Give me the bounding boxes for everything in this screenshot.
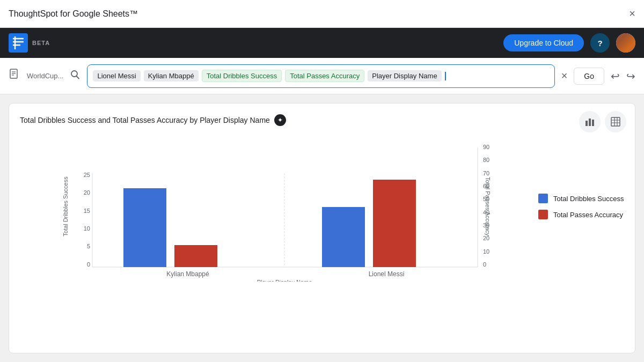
token-total-passes[interactable]: Total Passes Accuracy [285, 70, 364, 82]
svg-rect-12 [589, 119, 591, 126]
svg-rect-14 [611, 117, 620, 126]
chart-area: Total Dribbles Success and Total Passes … [9, 103, 635, 353]
token-kylian-mbappe[interactable]: Kylian Mbappé [144, 70, 199, 82]
svg-text:70: 70 [483, 170, 489, 176]
svg-rect-13 [592, 120, 594, 126]
search-bar: WorldCup... Lionel Messi Kylian Mbappé T… [0, 58, 644, 94]
chart-title-text: Total Dribbles Success and Total Passes … [20, 116, 270, 124]
nav-bar: BETA Upgrade to Cloud ? [0, 28, 644, 58]
chart-actions [579, 111, 626, 132]
chart-title-icon: ✦ [274, 114, 286, 126]
nav-actions: Upgrade to Cloud ? [503, 33, 635, 53]
document-icon[interactable] [9, 69, 20, 83]
app-title: ThoughtSpot for Google Sheets™ [9, 9, 138, 19]
chart-content: Total Dribbles Success 0 5 10 15 20 25 0… [20, 131, 624, 282]
messi-passes-bar [373, 180, 416, 267]
svg-text:0: 0 [483, 261, 486, 268]
svg-rect-11 [586, 121, 588, 126]
go-button[interactable]: Go [574, 68, 604, 85]
svg-text:Kylian Mbappé: Kylian Mbappé [166, 270, 209, 278]
doc-label[interactable]: WorldCup... [27, 72, 63, 80]
cursor [445, 72, 446, 80]
svg-text:20: 20 [84, 189, 90, 196]
search-icon [70, 69, 80, 83]
svg-text:10: 10 [84, 225, 90, 232]
avatar-image [616, 33, 635, 53]
search-input-area[interactable]: Lionel Messi Kylian Mbappé Total Dribble… [87, 64, 554, 88]
legend-item-passes: Total Passes Accuracy [538, 210, 624, 219]
redo-button[interactable]: ↪ [626, 70, 635, 83]
chart-title: Total Dribbles Success and Total Passes … [20, 114, 624, 126]
svg-line-10 [77, 76, 79, 79]
svg-text:15: 15 [84, 208, 90, 214]
legend-label-passes: Total Passes Accuracy [553, 211, 623, 219]
svg-text:90: 90 [483, 144, 489, 150]
chart-svg: Total Dribbles Success 0 5 10 15 20 25 0… [20, 131, 528, 282]
svg-text:Player Display Name: Player Display Name [257, 279, 312, 282]
undo-button[interactable]: ↩ [611, 70, 620, 83]
svg-text:5: 5 [87, 243, 90, 249]
avatar[interactable] [616, 33, 635, 53]
chart-legend: Total Dribbles Success Total Passes Accu… [528, 131, 624, 282]
token-total-dribbles[interactable]: Total Dribbles Success [202, 70, 282, 82]
svg-text:0: 0 [87, 261, 90, 268]
svg-text:80: 80 [483, 157, 489, 163]
bar-chart-button[interactable] [579, 111, 601, 132]
logo-area: BETA [9, 33, 50, 53]
beta-label: BETA [32, 40, 50, 46]
title-bar: ThoughtSpot for Google Sheets™ × [0, 0, 644, 28]
messi-dribbles-bar [322, 207, 365, 267]
svg-text:Lionel Messi: Lionel Messi [369, 270, 405, 278]
kylian-passes-bar [174, 245, 217, 267]
clear-button[interactable]: × [561, 70, 568, 82]
svg-text:Total Passes Accuracy: Total Passes Accuracy [485, 177, 491, 237]
thoughtspot-logo-icon [9, 33, 28, 53]
close-button[interactable]: × [629, 8, 635, 20]
legend-label-dribbles: Total Dribbles Success [553, 195, 624, 203]
kylian-dribbles-bar [123, 188, 166, 267]
legend-swatch-dribbles [538, 194, 548, 203]
token-lionel-messi[interactable]: Lionel Messi [93, 70, 140, 82]
legend-swatch-passes [538, 210, 548, 219]
svg-rect-0 [9, 33, 28, 53]
token-player-display-name[interactable]: Player Display Name [368, 70, 441, 82]
upgrade-button[interactable]: Upgrade to Cloud [503, 34, 584, 51]
svg-text:25: 25 [84, 172, 90, 178]
help-button[interactable]: ? [590, 33, 610, 53]
svg-text:10: 10 [483, 248, 489, 255]
table-button[interactable] [605, 111, 626, 132]
legend-item-dribbles: Total Dribbles Success [538, 194, 624, 203]
left-y-axis-label: Total Dribbles Success [62, 176, 69, 237]
